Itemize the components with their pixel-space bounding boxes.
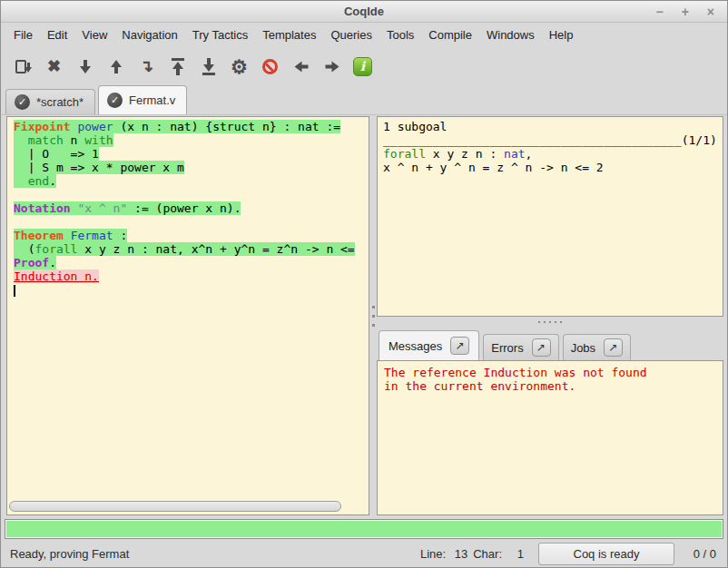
pane-splitter-horizontal[interactable] <box>377 317 723 328</box>
go-to-end-icon[interactable] <box>195 52 221 81</box>
code-line: | S m => x * power x m <box>14 161 369 174</box>
code-line: Proof. <box>14 256 369 269</box>
menu-windows[interactable]: Windows <box>479 24 542 45</box>
close-icon[interactable]: ✖ <box>41 52 67 81</box>
forward-icon[interactable] <box>319 52 345 81</box>
main-split: Fixpoint power (x n : nat) {struct n} : … <box>1 114 727 517</box>
code-line <box>14 188 369 201</box>
title-bar: CoqIde − + × <box>1 1 727 23</box>
code-line: Induction n. <box>14 269 369 283</box>
menu-tools[interactable]: Tools <box>379 24 421 45</box>
detach-icon[interactable]: ↗ <box>532 338 551 357</box>
maximize-icon[interactable]: + <box>682 5 689 18</box>
tab-label: *scratch* <box>36 95 84 109</box>
window-title: CoqIde <box>1 5 727 18</box>
messages-tab-label: Messages <box>389 339 442 353</box>
tab-bar: ✓*scratch*✓Fermat.v <box>1 85 727 114</box>
toolbar: ✖↴⚙i <box>1 47 727 85</box>
code-line <box>14 215 369 229</box>
code-line: | O => 1 <box>14 147 369 161</box>
right-column: 1 subgoal_______________________________… <box>377 116 723 515</box>
detach-icon[interactable]: ↗ <box>604 338 623 357</box>
char-label: Char: <box>473 547 502 561</box>
code-line: forall x y z n : nat, <box>383 147 717 161</box>
code-line <box>14 283 369 297</box>
minimize-icon[interactable]: − <box>655 5 663 18</box>
char-value: 1 <box>507 547 524 561</box>
scrollbar-thumb[interactable] <box>9 501 341 512</box>
menu-bar: FileEditViewNavigationTry TacticsTemplat… <box>1 23 727 47</box>
code-line: The reference Induction was not found <box>384 365 716 378</box>
code-line: Notation "x ^ n" := (power x n). <box>14 201 369 215</box>
menu-try-tactics[interactable]: Try Tactics <box>185 24 255 45</box>
line-label: Line: <box>420 547 446 561</box>
tab-check-icon: ✓ <box>107 93 123 108</box>
step-backward-icon[interactable] <box>103 52 129 81</box>
messages-tab-jobs[interactable]: Jobs↗ <box>563 334 631 360</box>
menu-templates[interactable]: Templates <box>255 24 323 45</box>
messages-view: The reference Induction was not foundin … <box>377 360 723 515</box>
code-line: match n with <box>14 133 369 147</box>
menu-navigation[interactable]: Navigation <box>114 24 184 45</box>
restart-icon[interactable] <box>164 52 191 81</box>
messages-tab-errors[interactable]: Errors↗ <box>483 334 558 360</box>
menu-edit[interactable]: Edit <box>40 24 74 45</box>
code-line: Fixpoint power (x n : nat) {struct n} : … <box>14 120 369 133</box>
fully-check-icon[interactable]: ⚙ <box>226 52 252 81</box>
code-line: 1 subgoal <box>383 120 717 133</box>
code-line: ________________________________________… <box>383 133 717 147</box>
interrupt-icon[interactable] <box>257 52 283 81</box>
back-icon[interactable] <box>288 52 314 81</box>
jobs-counter: 0 / 0 <box>689 547 716 561</box>
tab--scratch-[interactable]: ✓*scratch* <box>5 89 95 114</box>
messages-tab-bar: Messages↗Errors↗Jobs↗ <box>377 328 723 360</box>
save-icon[interactable] <box>10 52 36 81</box>
menu-view[interactable]: View <box>74 24 114 45</box>
detach-icon[interactable]: ↗ <box>450 337 469 355</box>
menu-queries[interactable]: Queries <box>323 24 379 45</box>
goal-view: 1 subgoal_______________________________… <box>377 116 723 317</box>
menu-file[interactable]: File <box>6 24 40 45</box>
menu-compile[interactable]: Compile <box>421 24 479 45</box>
step-forward-icon[interactable] <box>72 52 98 81</box>
messages-tab-label: Errors <box>491 341 523 355</box>
coq-status: Coq is ready <box>538 543 674 565</box>
pane-splitter-vertical[interactable] <box>369 116 377 515</box>
code-line: end. <box>14 174 369 188</box>
tab-fermat-v[interactable]: ✓Fermat.v <box>98 85 187 114</box>
horizontal-scrollbar[interactable] <box>9 500 367 513</box>
text-caret <box>14 285 15 297</box>
status-text: Ready, proving Fermat <box>10 547 129 561</box>
window-controls: − + × <box>655 5 727 18</box>
about-icon[interactable]: i <box>349 52 376 81</box>
messages-tab-label: Jobs <box>571 341 595 355</box>
close-icon[interactable]: × <box>707 5 714 18</box>
progress-bar <box>5 519 723 539</box>
line-value: 13 <box>451 547 467 561</box>
code-editor-panel: Fixpoint power (x n : nat) {struct n} : … <box>6 116 369 515</box>
status-bar: Ready, proving Fermat Line: 13 Char: 1 C… <box>1 540 727 567</box>
code-editor[interactable]: Fixpoint power (x n : nat) {struct n} : … <box>7 117 369 499</box>
code-line: (forall x y z n : nat, x^n + y^n = z^n -… <box>14 242 369 256</box>
go-to-cursor-icon[interactable]: ↴ <box>133 52 160 81</box>
code-line: in the current environment. <box>384 378 716 392</box>
tab-label: Fermat.v <box>129 93 175 107</box>
code-line: x ^ n + y ^ n = z ^ n -> n <= 2 <box>383 161 717 174</box>
code-line: Theorem Fermat : <box>14 229 369 242</box>
coqide-window: CoqIde − + × FileEditViewNavigationTry T… <box>0 0 728 568</box>
menu-help[interactable]: Help <box>542 24 581 45</box>
tab-check-icon: ✓ <box>15 94 30 110</box>
messages-tab-messages[interactable]: Messages↗ <box>379 330 479 360</box>
